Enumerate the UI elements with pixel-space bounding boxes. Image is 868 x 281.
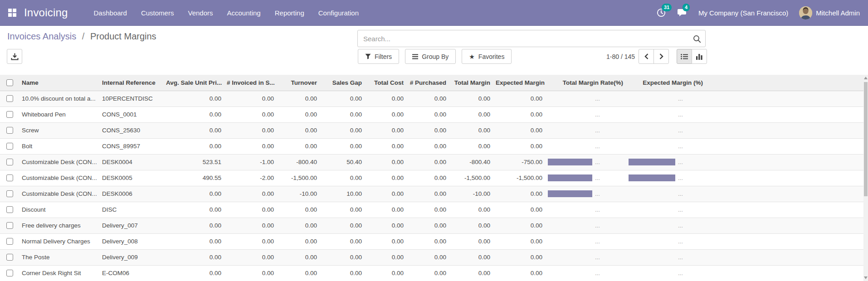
scroll-up-arrow-icon[interactable] <box>864 77 868 79</box>
column-header-expected_margin[interactable]: Expected Margin <box>493 75 545 91</box>
scrollbar-thumb[interactable] <box>864 82 868 196</box>
cell-sales_gap: 0.00 <box>320 265 365 281</box>
nav-menu-item-accounting[interactable]: Accounting <box>227 9 261 17</box>
pager-previous-button[interactable] <box>639 49 654 64</box>
row-checkbox[interactable] <box>6 270 13 276</box>
column-header-turnover[interactable]: Turnover <box>277 75 320 91</box>
messages-button[interactable]: 4 <box>677 8 688 18</box>
cell-invoiced_in_sale: 0.00 <box>224 122 277 138</box>
row-checkbox[interactable] <box>6 159 13 165</box>
row-checkbox[interactable] <box>6 254 13 261</box>
nav-menu-item-vendors[interactable]: Vendors <box>188 9 213 17</box>
nav-menu-item-configuration[interactable]: Configuration <box>318 9 359 17</box>
expected_margin_pct-progressbar <box>629 174 675 181</box>
table-row[interactable]: The PosteDelivery_0090.000.000.000.000.0… <box>0 249 863 265</box>
table-row[interactable]: Customizable Desk (CON...DESK0004523.51-… <box>0 154 863 170</box>
total_margin_rate-progressbar <box>548 222 592 229</box>
cell-expected_margin_pct: ... <box>626 202 706 218</box>
column-header-name[interactable]: Name <box>19 75 99 91</box>
cell-total_margin: 0.00 <box>449 91 493 107</box>
column-header-total_cost[interactable]: Total Cost <box>365 75 406 91</box>
table-row[interactable]: 10.0% discount on total a...10PERCENTDIS… <box>0 91 863 107</box>
column-header-sales_gap[interactable]: Sales Gap <box>320 75 365 91</box>
list-view-button[interactable] <box>677 49 692 64</box>
column-header-internal_reference[interactable]: Internal Reference <box>99 75 163 91</box>
apps-menu-button[interactable] <box>8 9 16 17</box>
cell-sales_gap: 0.00 <box>320 122 365 138</box>
user-menu[interactable]: Mitchell Admin <box>799 6 860 19</box>
row-checkbox[interactable] <box>6 95 13 102</box>
column-header-purchased[interactable]: # Purchased <box>406 75 449 91</box>
total_margin_rate-ellipsis: ... <box>595 159 600 165</box>
row-checkbox[interactable] <box>6 238 13 245</box>
column-header-invoiced_in_sale[interactable]: # Invoiced in S... <box>224 75 277 91</box>
row-checkbox[interactable] <box>6 190 13 197</box>
pager-next-button[interactable] <box>653 49 669 64</box>
search-icon[interactable] <box>693 35 701 43</box>
cell-total_margin: 0.00 <box>449 249 493 265</box>
filters-button[interactable]: Filters <box>358 49 399 64</box>
cell-filler <box>706 91 863 107</box>
cell-name: The Poste <box>19 249 99 265</box>
expected_margin_pct-progressbar <box>629 190 675 197</box>
table-row[interactable]: Customizable Desk (CON...DESK00060.000.0… <box>0 186 863 202</box>
table-row[interactable]: Corner Desk Right SitE-COM060.000.000.00… <box>0 265 863 281</box>
table-row[interactable]: Normal Delivery ChargesDelivery_0080.000… <box>0 233 863 249</box>
cell-select <box>0 218 19 233</box>
cell-select <box>0 91 19 107</box>
select-all-checkbox[interactable] <box>6 79 13 86</box>
expected_margin_pct-ellipsis: ... <box>678 111 683 118</box>
search-input[interactable] <box>358 30 705 47</box>
expected_margin_pct-ellipsis: ... <box>678 143 683 150</box>
table-row[interactable]: Free delivery chargesDelivery_0070.000.0… <box>0 218 863 233</box>
total_margin_rate-ellipsis: ... <box>595 174 600 181</box>
cell-internal_reference: Delivery_009 <box>99 249 163 265</box>
total_margin_rate-ellipsis: ... <box>595 222 600 229</box>
cell-name: Normal Delivery Charges <box>19 233 99 249</box>
breadcrumb: Invoices Analysis / Product Margins <box>7 31 156 42</box>
nav-menu-item-customers[interactable]: Customers <box>141 9 174 17</box>
cell-total_cost: 0.00 <box>365 218 406 233</box>
cell-total_margin_rate: ... <box>545 233 626 249</box>
table-row[interactable]: Customizable Desk (CON...DESK0005490.55-… <box>0 170 863 186</box>
row-checkbox[interactable] <box>6 111 13 118</box>
row-checkbox[interactable] <box>6 174 13 181</box>
table-row[interactable]: ScrewCONS_256300.000.000.000.000.000.000… <box>0 122 863 138</box>
cell-sales_gap: 0.00 <box>320 202 365 218</box>
group-by-button[interactable]: Group By <box>405 49 456 64</box>
cell-avg_sale_unit_price: 0.00 <box>163 138 224 154</box>
nav-menu-item-reporting[interactable]: Reporting <box>275 9 304 17</box>
column-header-expected_margin_pct[interactable]: Expected Margin (%) <box>626 75 706 91</box>
column-header-total_margin_rate[interactable]: Total Margin Rate(%) <box>545 75 626 91</box>
nav-menu-item-dashboard[interactable]: Dashboard <box>94 9 127 17</box>
table-row[interactable]: Whiteboard PenCONS_00010.000.000.000.000… <box>0 107 863 122</box>
cell-total_cost: 0.00 <box>365 91 406 107</box>
favorites-button[interactable]: ★ Favorites <box>462 49 512 64</box>
vertical-scrollbar[interactable] <box>863 75 868 281</box>
column-header-total_margin[interactable]: Total Margin <box>449 75 493 91</box>
cell-total_margin_rate: ... <box>545 265 626 281</box>
nav-menu: DashboardCustomersVendorsAccountingRepor… <box>94 9 359 17</box>
cell-turnover: 0.00 <box>277 202 320 218</box>
graph-view-button[interactable] <box>692 49 707 64</box>
activities-button[interactable]: 31 <box>656 8 666 18</box>
expected_margin_pct-progressbar <box>629 143 675 150</box>
breadcrumb-parent-link[interactable]: Invoices Analysis <box>7 31 76 41</box>
row-checkbox[interactable] <box>6 222 13 229</box>
table-row[interactable]: DiscountDISC0.000.000.000.000.000.000.00… <box>0 202 863 218</box>
app-name[interactable]: Invoicing <box>24 6 68 19</box>
table-row[interactable]: BoltCONS_899570.000.000.000.000.000.000.… <box>0 138 863 154</box>
company-switcher[interactable]: My Company (San Francisco) <box>698 9 788 17</box>
cell-expected_margin_pct: ... <box>626 186 706 202</box>
row-checkbox[interactable] <box>6 143 13 150</box>
cell-total_cost: 0.00 <box>365 233 406 249</box>
scroll-down-arrow-icon[interactable] <box>864 276 868 279</box>
cell-select <box>0 138 19 154</box>
row-checkbox[interactable] <box>6 127 13 134</box>
export-button[interactable] <box>7 49 22 64</box>
cell-expected_margin: 0.00 <box>493 218 545 233</box>
column-header-avg_sale_unit_price[interactable]: Avg. Sale Unit Pri... <box>163 75 224 91</box>
cell-internal_reference: DISC <box>99 202 163 218</box>
row-checkbox[interactable] <box>6 206 13 213</box>
cell-turnover: -10.00 <box>277 186 320 202</box>
